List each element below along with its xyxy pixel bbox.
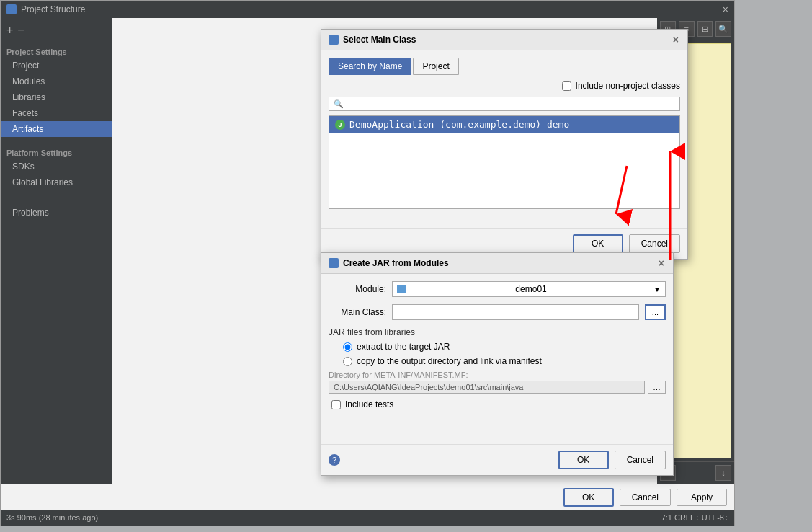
sidebar-item-artifacts[interactable]: Artifacts xyxy=(1,121,112,137)
select-main-class-dialog: Select Main Class × Search by Name Proje… xyxy=(321,29,688,260)
main-class-label: Main Class: xyxy=(329,307,386,317)
include-tests-row: Include tests xyxy=(331,399,666,409)
include-nonproject-row: Include non-project classes xyxy=(329,81,680,91)
radio-group: extract to the target JAR copy to the ou… xyxy=(343,342,666,366)
result-item-text: DemoApplication (com.example.demo) demo xyxy=(349,119,569,130)
dir-label: Directory for META-INF/MANIFEST.MF: xyxy=(329,371,666,379)
search-right-button[interactable]: 🔍 xyxy=(715,21,731,37)
create-jar-cancel-button[interactable]: Cancel xyxy=(615,451,666,469)
sidebar-item-project[interactable]: Project xyxy=(1,58,112,74)
radio-copy[interactable] xyxy=(343,357,352,366)
create-jar-close[interactable]: × xyxy=(657,257,666,269)
module-dropdown[interactable]: demo01 ▼ xyxy=(392,281,666,297)
select-cancel-button[interactable]: Cancel xyxy=(629,234,680,253)
search-box: 🔍 xyxy=(329,97,680,111)
main-class-input[interactable] xyxy=(392,304,639,320)
module-value: demo01 xyxy=(515,284,546,294)
project-settings-header: Project Settings xyxy=(1,43,112,58)
result-item-demoapplication[interactable]: J DemoApplication (com.example.demo) dem… xyxy=(329,116,679,133)
download-button[interactable]: ↓ xyxy=(715,465,731,481)
window-title: Project Structure xyxy=(21,4,85,14)
module-dropdown-wrapper: demo01 ▼ xyxy=(392,281,666,297)
sidebar-item-libraries[interactable]: Libraries xyxy=(1,89,112,105)
title-close-button[interactable]: × xyxy=(723,4,728,15)
include-nonproject-checkbox[interactable] xyxy=(562,81,571,91)
select-dialog-title: Select Main Class × xyxy=(321,30,687,50)
sidebar-item-sdks[interactable]: SDKs xyxy=(1,159,112,174)
include-tests-label: Include tests xyxy=(345,399,393,409)
sidebar-item-problems[interactable]: Problems xyxy=(1,205,112,221)
jar-from-libraries-label: JAR files from libraries xyxy=(329,327,666,337)
create-jar-footer: ? OK Cancel xyxy=(321,444,673,475)
sidebar-toolbar: + − xyxy=(1,21,112,40)
sidebar-item-facets[interactable]: Facets xyxy=(1,105,112,121)
sidebar-item-global-libraries[interactable]: Global Libraries xyxy=(1,174,112,190)
select-dialog-icon xyxy=(329,35,339,45)
title-bar: Project Structure × xyxy=(1,1,734,18)
radio-copy-label: copy to the output directory and link vi… xyxy=(357,356,542,366)
create-jar-ok-button[interactable]: OK xyxy=(558,451,609,469)
status-left-text: 3s 90ms (28 minutes ago) xyxy=(6,513,98,522)
add-item-button[interactable]: + xyxy=(6,24,13,37)
sidebar-item-modules[interactable]: Modules xyxy=(1,74,112,89)
result-item-icon: J xyxy=(335,120,345,130)
create-jar-icon xyxy=(329,258,339,268)
create-jar-body: Module: demo01 ▼ Main Class: ... JAR fil… xyxy=(321,274,673,444)
dir-browse-button[interactable]: … xyxy=(648,381,666,394)
create-jar-title: Create JAR from Modules × xyxy=(321,253,673,274)
results-list[interactable]: J DemoApplication (com.example.demo) dem… xyxy=(329,115,680,209)
search-icon: 🔍 xyxy=(334,99,344,109)
platform-settings-header: Platform Settings xyxy=(1,144,112,159)
tab-project[interactable]: Project xyxy=(413,58,458,75)
radio-extract[interactable] xyxy=(343,342,352,352)
help-button[interactable]: ? xyxy=(329,454,340,466)
include-nonproject-label: Include non-project classes xyxy=(576,81,680,91)
bottom-bar: OK Cancel Apply xyxy=(1,484,734,510)
select-dialog-title-text: Select Main Class xyxy=(343,35,667,45)
main-class-browse-button[interactable]: ... xyxy=(645,304,666,320)
table-view-button[interactable]: ⊟ xyxy=(697,21,713,37)
remove-item-button[interactable]: − xyxy=(17,24,24,37)
select-dialog-close[interactable]: × xyxy=(672,34,680,45)
status-right-text: 7:1 CRLF÷ UTF-8÷ xyxy=(661,513,728,522)
module-icon xyxy=(397,285,406,293)
apply-button[interactable]: Apply xyxy=(677,489,727,506)
dir-row: … xyxy=(329,381,666,394)
radio-extract-label: extract to the target JAR xyxy=(357,342,450,352)
select-dialog-body: Search by Name Project Include non-proje… xyxy=(321,50,687,228)
dropdown-arrow: ▼ xyxy=(653,285,661,293)
app-icon xyxy=(6,4,17,14)
radio-copy-row: copy to the output directory and link vi… xyxy=(343,356,666,366)
tab-search-by-name[interactable]: Search by Name xyxy=(329,58,411,75)
sidebar: + − Project Settings Project Modules Lib… xyxy=(1,18,112,484)
module-row: Module: demo01 ▼ xyxy=(329,281,666,297)
ok-button[interactable]: OK xyxy=(563,488,614,507)
include-tests-checkbox[interactable] xyxy=(331,400,341,409)
radio-extract-row: extract to the target JAR xyxy=(343,342,666,352)
main-class-row: Main Class: ... xyxy=(329,304,666,320)
module-label: Module: xyxy=(329,284,386,294)
create-jar-title-text: Create JAR from Modules xyxy=(343,258,653,268)
select-ok-button[interactable]: OK xyxy=(573,234,623,253)
status-bar: 3s 90ms (28 minutes ago) 7:1 CRLF÷ UTF-8… xyxy=(1,510,734,526)
search-input[interactable] xyxy=(347,99,675,109)
select-dialog-tabs: Search by Name Project xyxy=(329,58,680,75)
create-jar-dialog: Create JAR from Modules × Module: demo01… xyxy=(321,252,674,476)
cancel-button[interactable]: Cancel xyxy=(620,489,671,506)
dir-input[interactable] xyxy=(329,381,645,394)
